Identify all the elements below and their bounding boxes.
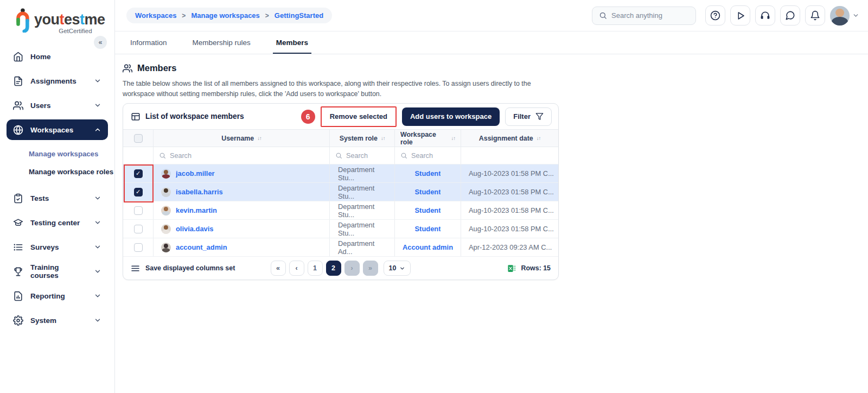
pagination-prev-button[interactable]: ‹ <box>289 261 304 276</box>
sidebar-item-reporting[interactable]: Reporting <box>7 286 108 306</box>
add-users-button[interactable]: Add users to workspace <box>402 107 500 126</box>
pagination-page-1[interactable]: 1 <box>308 261 323 276</box>
user-menu[interactable] <box>830 6 859 26</box>
table-row[interactable]: isabella.harris Department Stu... Studen… <box>123 183 558 201</box>
sidebar-item-users[interactable]: Users <box>7 95 108 116</box>
sidebar-item-surveys[interactable]: Surveys <box>7 237 108 257</box>
workspace-role-link[interactable]: Student <box>415 169 441 178</box>
search-icon <box>159 152 166 159</box>
excel-export-icon[interactable] <box>507 264 516 273</box>
row-checkbox[interactable] <box>134 206 143 215</box>
username-link[interactable]: olivia.davis <box>176 225 214 233</box>
pagination-page-2[interactable]: 2 <box>326 261 341 276</box>
chevron-down-icon <box>94 268 101 275</box>
column-header-workspace-role[interactable]: Workspace role↓↑ <box>395 130 461 147</box>
username-search-input[interactable] <box>170 152 324 160</box>
report-icon <box>13 291 23 301</box>
messages-button[interactable] <box>780 5 800 26</box>
sidebar-subitem-manage-workspaces[interactable]: Manage workspaces <box>0 145 114 163</box>
avatar <box>161 169 171 179</box>
column-label: Username <box>221 135 254 142</box>
system-role-search-input[interactable] <box>346 152 389 160</box>
username-link[interactable]: account_admin <box>176 243 227 251</box>
support-button[interactable] <box>755 5 775 26</box>
pagination-next-button[interactable]: › <box>344 261 360 276</box>
sidebar-collapse-button[interactable]: « <box>94 36 107 49</box>
sidebar-item-training-courses[interactable]: Training courses <box>7 261 108 282</box>
help-button[interactable] <box>705 5 725 26</box>
sidebar-item-testing-center[interactable]: Testing center <box>7 212 108 233</box>
table-row[interactable]: olivia.davis Department Stu... Student A… <box>123 220 558 238</box>
sidebar-item-label: Reporting <box>30 292 65 300</box>
users-icon <box>13 100 23 111</box>
page-description: The table below shows the list of all me… <box>123 79 541 99</box>
sort-icon[interactable]: ↓↑ <box>381 135 385 141</box>
workspace-role-link[interactable]: Student <box>415 188 441 196</box>
table-row[interactable]: kevin.martin Department Stu... Student A… <box>123 201 558 220</box>
search-input[interactable] <box>611 11 687 20</box>
row-checkbox[interactable] <box>134 225 143 233</box>
breadcrumb-workspaces[interactable]: Workspaces <box>135 11 176 20</box>
sort-icon[interactable]: ↓↑ <box>451 135 456 141</box>
card-title: List of workspace members <box>145 112 244 121</box>
tutorial-button[interactable] <box>730 5 750 26</box>
chevron-down-icon <box>94 102 101 109</box>
system-role-cell: Department Stu... <box>330 164 395 182</box>
globe-icon <box>13 125 23 135</box>
column-header-assignment-date[interactable]: Assignment date↓↑ <box>461 130 558 147</box>
table-row[interactable]: account_admin Department Ad... Account a… <box>123 238 558 257</box>
sidebar-item-label: Home <box>30 53 51 61</box>
row-checkbox[interactable] <box>134 243 143 252</box>
sidebar-item-label: Users <box>30 102 51 110</box>
sidebar-item-home[interactable]: Home <box>7 46 108 67</box>
breadcrumb-manage-workspaces[interactable]: Manage workspaces <box>191 11 259 20</box>
sidebar-item-label: Workspaces <box>30 126 73 134</box>
tab-information[interactable]: Information <box>130 31 167 54</box>
sidebar-item-workspaces[interactable]: Workspaces <box>7 119 108 140</box>
notifications-button[interactable] <box>805 5 825 26</box>
sidebar-item-label: Surveys <box>30 243 59 251</box>
search-icon <box>599 11 607 20</box>
select-all-cell <box>123 130 154 147</box>
column-label: System role <box>340 135 378 142</box>
table-row[interactable]: jacob.miller Department Stu... Student A… <box>123 164 558 183</box>
row-checkbox[interactable] <box>134 188 143 196</box>
sidebar-subitem-manage-workspace-roles[interactable]: Manage workspace roles <box>0 163 114 181</box>
column-header-system-role[interactable]: System role↓↑ <box>330 130 395 147</box>
workspace-role-link[interactable]: Student <box>415 225 441 233</box>
workspace-role-search-input[interactable] <box>411 152 455 160</box>
global-search[interactable] <box>592 7 696 25</box>
breadcrumb-gettingstarted[interactable]: GettingStarted <box>275 11 323 20</box>
tab-membership-rules[interactable]: Membership rules <box>193 31 251 54</box>
tab-members[interactable]: Members <box>276 31 308 54</box>
sidebar-item-system[interactable]: System <box>7 310 108 331</box>
avatar <box>161 206 171 215</box>
username-link[interactable]: jacob.miller <box>176 169 215 178</box>
sort-icon[interactable]: ↓↑ <box>257 135 261 141</box>
pagination-first-button[interactable]: « <box>271 261 286 276</box>
sidebar-item-assignments[interactable]: Assignments <box>7 71 108 91</box>
select-all-checkbox[interactable] <box>134 134 143 143</box>
table-header-row: Username↓↑ System role↓↑ Workspace role↓… <box>123 129 558 147</box>
workspace-role-link[interactable]: Student <box>415 206 441 214</box>
table-footer: Save displayed columns set « ‹ 1 2 › » 1… <box>123 257 558 280</box>
sidebar-item-label: Assignments <box>30 77 76 85</box>
sidebar: youtestme GetCertified « Home Assignment… <box>0 0 115 393</box>
brand-logo: youtestme GetCertified « <box>0 0 114 34</box>
page-size-select[interactable]: 10 <box>384 261 411 276</box>
workspace-role-link[interactable]: Account admin <box>403 243 453 251</box>
column-header-username[interactable]: Username↓↑ <box>154 130 330 147</box>
username-link[interactable]: kevin.martin <box>176 206 217 214</box>
annotation-step-badge: 6 <box>301 110 315 124</box>
save-columns-button[interactable]: Save displayed columns set <box>145 264 235 272</box>
avatar <box>161 243 171 252</box>
pagination-last-button[interactable]: » <box>363 261 378 276</box>
sidebar-item-tests[interactable]: Tests <box>7 188 108 208</box>
filter-button[interactable]: Filter <box>505 107 552 126</box>
sort-icon[interactable]: ↓↑ <box>537 135 541 141</box>
sidebar-item-label: Tests <box>30 194 49 202</box>
chevron-down-icon <box>94 194 101 202</box>
username-link[interactable]: isabella.harris <box>176 188 223 196</box>
remove-selected-button[interactable]: Remove selected <box>323 109 394 125</box>
row-checkbox[interactable] <box>134 169 143 178</box>
